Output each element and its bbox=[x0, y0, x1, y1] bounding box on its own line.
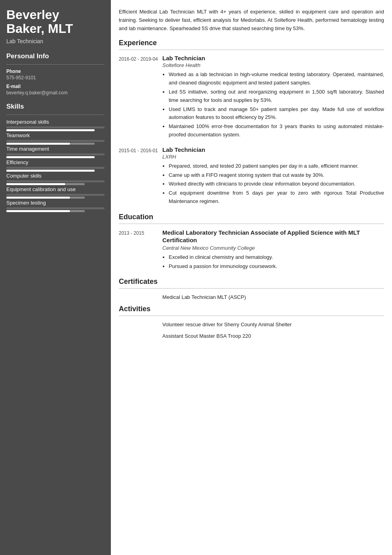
skill-item: Interpersonal skills bbox=[6, 119, 105, 128]
activities-list: Volunteer rescue driver for Sherry Count… bbox=[119, 321, 384, 341]
skill-bar bbox=[6, 180, 105, 182]
job-bullet: Worked as a lab technician in high-volum… bbox=[169, 71, 384, 87]
edu-date: 2013 - 2015 bbox=[119, 229, 162, 272]
skill-item: Efficiency bbox=[6, 159, 105, 169]
job-date: 2016-02 - 2019-04 bbox=[119, 55, 162, 140]
skill-name: Teamwork bbox=[6, 132, 105, 138]
skill-name: Specimen testing bbox=[6, 200, 105, 206]
cert-entry: Medical Lab Technician MLT (ASCP) bbox=[119, 293, 384, 302]
skill-item: Equipment calibration and use bbox=[6, 186, 105, 196]
activity-entry: Volunteer rescue driver for Sherry Count… bbox=[119, 321, 384, 329]
skill-name: Interpersonal skills bbox=[6, 119, 105, 125]
job-company: Soltefiore Health bbox=[162, 62, 384, 68]
job-title: Lab Technician bbox=[162, 146, 384, 153]
activity-indent bbox=[119, 321, 162, 329]
summary-text: Efficient Medical Lab Technician MLT wit… bbox=[119, 8, 384, 33]
personal-info-heading: Personal Info bbox=[6, 52, 105, 60]
activity-text: Assistant Scout Master BSA Troop 220 bbox=[162, 332, 384, 341]
certificates-list: Medical Lab Technician MLT (ASCP) bbox=[119, 293, 384, 302]
candidate-name: Beverley Baker, MLT bbox=[6, 8, 105, 36]
skill-bar bbox=[6, 140, 105, 142]
job-company: LXRH bbox=[162, 154, 384, 160]
skills-heading: Skills bbox=[6, 103, 105, 111]
job-bullet: Used LIMS to track and manage 50+ patien… bbox=[169, 105, 384, 122]
job-entry: 2015-01 - 2016-01Lab TechnicianLXRHPrepa… bbox=[119, 146, 384, 207]
phone-label: Phone bbox=[6, 69, 105, 74]
skill-bar bbox=[6, 126, 105, 128]
skills-list: Interpersonal skillsTeamworkTime managem… bbox=[6, 119, 105, 209]
activities-heading: Activities bbox=[119, 305, 384, 313]
activity-text: Volunteer rescue driver for Sherry Count… bbox=[162, 321, 384, 329]
activity-entry: Assistant Scout Master BSA Troop 220 bbox=[119, 332, 384, 341]
job-bullet: Maintained 100% error-free documentation… bbox=[169, 122, 384, 139]
skill-name: Time management bbox=[6, 146, 105, 152]
skill-bar bbox=[6, 167, 105, 169]
edu-degree: Medical Laboratory Technician Associate … bbox=[162, 229, 384, 244]
skill-item: Computer skills bbox=[6, 173, 105, 182]
email-label: E-mail bbox=[6, 84, 105, 89]
job-entry: 2016-02 - 2019-04Lab TechnicianSoltefior… bbox=[119, 55, 384, 140]
jobs-list: 2016-02 - 2019-04Lab TechnicianSoltefior… bbox=[119, 55, 384, 206]
skill-name: Efficiency bbox=[6, 159, 105, 165]
job-date: 2015-01 - 2016-01 bbox=[119, 146, 162, 207]
edu-body: Medical Laboratory Technician Associate … bbox=[162, 229, 384, 272]
skill-bar bbox=[6, 153, 105, 155]
skill-bar bbox=[6, 194, 105, 196]
edu-bullet: Pursued a passion for immunology coursew… bbox=[169, 262, 384, 271]
edu-bullet: Excelled in clinical chemistry and hemat… bbox=[169, 253, 384, 262]
cert-indent bbox=[119, 293, 162, 302]
skill-name: Computer skills bbox=[6, 173, 105, 179]
education-list: 2013 - 2015Medical Laboratory Technician… bbox=[119, 229, 384, 272]
experience-heading: Experience bbox=[119, 39, 384, 47]
skill-item: Teamwork bbox=[6, 132, 105, 142]
cert-text: Medical Lab Technician MLT (ASCP) bbox=[162, 293, 384, 302]
job-bullet: Prepared, stored, and tested 20 patient … bbox=[169, 162, 384, 170]
sidebar: Beverley Baker, MLT Lab Technician Perso… bbox=[0, 0, 111, 555]
job-bullets: Worked as a lab technician in high-volum… bbox=[162, 71, 384, 139]
job-body: Lab TechnicianSoltefiore HealthWorked as… bbox=[162, 55, 384, 140]
job-bullet: Worked directly with clinicians to provi… bbox=[169, 180, 384, 188]
skill-bar bbox=[6, 207, 105, 209]
job-bullet: Came up with a FIFO reagent storing syst… bbox=[169, 171, 384, 180]
edu-school: Central New Mexico Community College bbox=[162, 245, 384, 251]
job-bullet: Led 5S initiative, sorting out and reorg… bbox=[169, 88, 384, 105]
job-bullets: Prepared, stored, and tested 20 patient … bbox=[162, 162, 384, 206]
certificates-heading: Certificates bbox=[119, 278, 384, 286]
education-heading: Education bbox=[119, 213, 384, 221]
job-body: Lab TechnicianLXRHPrepared, stored, and … bbox=[162, 146, 384, 207]
skill-item: Time management bbox=[6, 146, 105, 155]
main-content: Efficient Medical Lab Technician MLT wit… bbox=[111, 0, 392, 555]
email-value: beverley.q.baker@gmail.com bbox=[6, 90, 105, 96]
job-title: Lab Technician bbox=[162, 55, 384, 61]
edu-entry: 2013 - 2015Medical Laboratory Technician… bbox=[119, 229, 384, 272]
phone-value: 575-952-9101 bbox=[6, 75, 105, 80]
skill-name: Equipment calibration and use bbox=[6, 186, 105, 192]
job-bullet: Cut equipment downtime from 5 days per y… bbox=[169, 189, 384, 206]
edu-bullets: Excelled in clinical chemistry and hemat… bbox=[162, 253, 384, 271]
skill-item: Specimen testing bbox=[6, 200, 105, 209]
candidate-title: Lab Technician bbox=[6, 38, 105, 44]
activity-indent bbox=[119, 332, 162, 341]
